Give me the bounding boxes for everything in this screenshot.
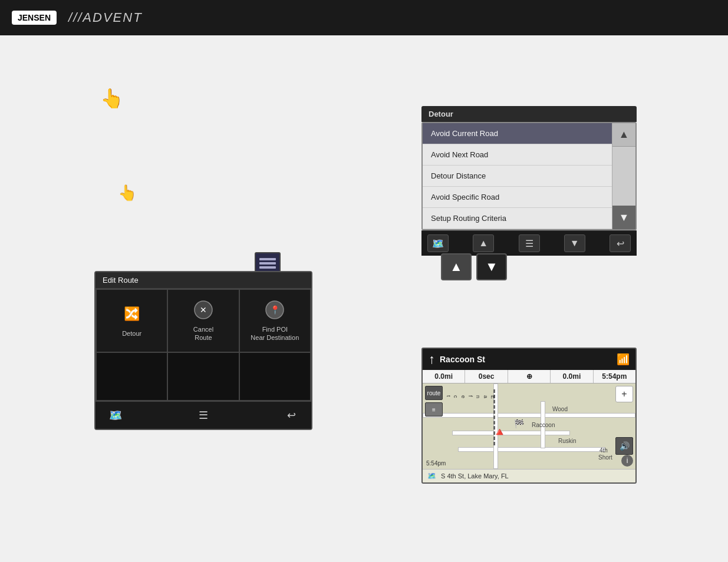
map-side-labels: Eanfect (444, 395, 496, 399)
poi-label: Find POINear Destination (251, 325, 299, 342)
map-header: ↑ Raccoon St 📶 (423, 349, 635, 370)
map-label-short: Short (598, 454, 612, 461)
map-footer-address: S 4th St, Lake Mary, FL (441, 472, 509, 480)
map-route-btn[interactable]: route (425, 386, 443, 400)
advent-logo-text: ///ADVENT (68, 10, 143, 25)
detour-footer: 🗺️ ▲ ☰ ▼ ↩ (421, 230, 637, 256)
map-sidebar-buttons: + (615, 386, 633, 402)
map-direction-arrow: ↑ (429, 352, 435, 367)
map-label-4th: 4th (599, 447, 608, 454)
main-content: 👆 👆 Edit Route 🔀 Detour ✕ (0, 35, 728, 562)
map-zoom-in-btn[interactable]: + (615, 386, 633, 402)
edit-route-cell-detour[interactable]: 🔀 Detour (97, 290, 167, 352)
edit-route-footer: 🗺️ ☰ ↩ (95, 401, 311, 429)
detour-inner: Avoid Current Road Avoid Next Road Detou… (421, 122, 637, 230)
cancel-route-icon: ✕ (193, 299, 214, 320)
map-street-name: Raccoon St (440, 355, 612, 364)
detour-list-area: Avoid Current Road Avoid Next Road Detou… (423, 123, 612, 229)
edit-route-title: Edit Route (95, 272, 311, 289)
edit-route-list-btn[interactable]: ☰ (193, 406, 214, 424)
detour-scroll-down-btn[interactable]: ▼ (612, 206, 635, 229)
detour-item-avoid-specific[interactable]: Avoid Specific Road (423, 187, 612, 208)
jensen-logo-text: JENSEN (18, 13, 51, 22)
detour-item-setup-routing[interactable]: Setup Routing Criteria (423, 208, 612, 229)
list-line-1 (259, 258, 276, 260)
poi-icon: 📍 (264, 299, 285, 320)
detour-down-btn[interactable]: ▼ (564, 234, 585, 252)
detour-up-btn[interactable]: ▲ (473, 234, 494, 252)
detour-map-btn[interactable]: 🗺️ (427, 234, 449, 252)
edit-route-cell-empty-2 (168, 353, 238, 400)
detour-back-btn[interactable]: ↩ (610, 234, 631, 252)
edit-route-cell-empty-1 (97, 353, 167, 400)
detour-item-detour-distance[interactable]: Detour Distance (423, 166, 612, 187)
cursor-icon-2: 👆 (118, 184, 137, 202)
svg-text:✕: ✕ (200, 305, 207, 315)
map-road-horizontal-3 (458, 447, 605, 452)
map-distance-1: 0.0mi (423, 370, 465, 383)
svg-text:📍: 📍 (270, 305, 281, 315)
list-line-3 (259, 266, 276, 269)
edit-route-cell-cancel[interactable]: ✕ CancelRoute (168, 290, 238, 352)
map-gps-icon: ⊕ (508, 370, 551, 383)
edit-route-grid: 🔀 Detour ✕ CancelRoute 📍 (95, 289, 311, 401)
edit-route-panel: Edit Route 🔀 Detour ✕ CancelRoute (94, 271, 312, 430)
detour-label: Detour (122, 329, 141, 338)
list-line-2 (259, 262, 276, 265)
nav-arrows: ▲ ▼ (441, 253, 507, 280)
edit-route-map-btn[interactable]: 🗺️ (105, 406, 126, 424)
detour-list: Avoid Current Road Avoid Next Road Detou… (423, 123, 612, 229)
map-footer-icon: 🗺️ (427, 472, 436, 480)
detour-item-avoid-current[interactable]: Avoid Current Road (423, 123, 612, 144)
map-road-horizontal-2 (452, 431, 570, 435)
map-label-raccoon: Raccoon (532, 422, 555, 428)
edit-route-cell-poi[interactable]: 📍 Find POINear Destination (240, 290, 310, 352)
map-label-wood: Wood (552, 406, 568, 412)
header-bar: JENSEN ///ADVENT (0, 0, 728, 35)
detour-panel-title: Detour (421, 106, 637, 122)
map-panel: ↑ Raccoon St 📶 0.0mi 0sec ⊕ 0.0mi 5:54pm… (421, 348, 637, 484)
cancel-route-label: CancelRoute (193, 325, 213, 342)
nav-down-btn[interactable]: ▼ (476, 253, 507, 280)
detour-scroll-area: ▲ ▼ (612, 123, 635, 229)
map-stats-bar: 0.0mi 0sec ⊕ 0.0mi 5:54pm (423, 370, 635, 384)
map-time-display: 5:54pm (426, 460, 446, 467)
map-destination-flag: 🏁 (514, 419, 524, 428)
map-car-icon: 🔺 (492, 425, 507, 439)
map-time-sec: 0sec (465, 370, 508, 383)
nav-up-btn[interactable]: ▲ (441, 253, 472, 280)
detour-panel-wrapper: Detour Avoid Current Road Avoid Next Roa… (421, 106, 637, 256)
edit-route-back-btn[interactable]: ↩ (281, 406, 302, 424)
advent-logo: ///ADVENT (68, 10, 143, 25)
map-signal-icon: 📶 (617, 353, 630, 366)
map-clock: 5:54pm (594, 370, 635, 383)
detour-icon: 🔀 (121, 303, 143, 325)
detour-scroll-up-btn[interactable]: ▲ (612, 123, 635, 147)
map-zoom-btn[interactable]: ≡ (425, 402, 443, 416)
detour-item-avoid-next[interactable]: Avoid Next Road (423, 144, 612, 166)
edit-route-cell-empty-3 (240, 353, 310, 400)
map-body: Wood Raccoon Ruskin 4th Short Eanfect 🔺 … (423, 384, 635, 469)
map-info-btn[interactable]: i (621, 455, 633, 467)
cursor-icon-1: 👆 (100, 87, 124, 110)
map-left-buttons: route ≡ (425, 386, 443, 416)
map-distance-2: 0.0mi (551, 370, 593, 383)
map-speaker-btn[interactable]: 🔊 (615, 437, 633, 455)
map-footer-bar: 🗺️ S 4th St, Lake Mary, FL (423, 469, 635, 482)
map-label-ruskin: Ruskin (558, 438, 577, 444)
map-road-horizontal-1 (423, 413, 635, 418)
detour-list-btn[interactable]: ☰ (519, 234, 540, 252)
jensen-logo: JENSEN (12, 11, 57, 25)
